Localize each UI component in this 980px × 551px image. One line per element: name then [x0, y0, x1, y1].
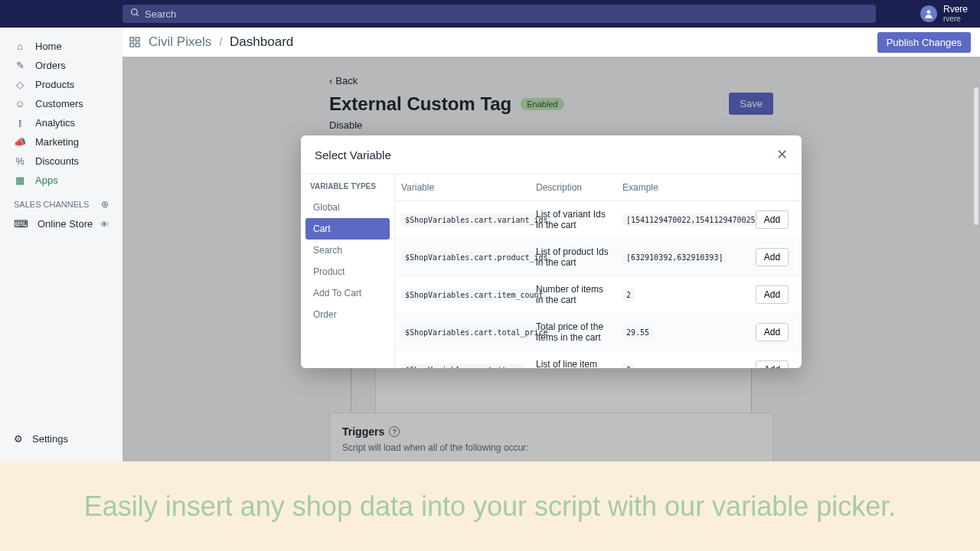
- sidebar-item-settings[interactable]: ⚙ Settings: [0, 425, 122, 452]
- customers-icon: ☺: [14, 98, 26, 109]
- variable-type-global[interactable]: Global: [305, 197, 390, 218]
- sidebar-item-apps[interactable]: ▦Apps: [0, 171, 122, 190]
- add-button[interactable]: Add: [756, 248, 789, 266]
- variable-example: [632910392,632910393]: [622, 251, 727, 264]
- account-sub: rvere: [943, 15, 968, 23]
- variable-description: List of line item objects in the cart: [530, 351, 616, 368]
- table-row: $ShopVariables.cart.variant_idsList of v…: [395, 201, 802, 239]
- svg-rect-3: [130, 37, 134, 41]
- variable-description: Total price of the items in the cart: [530, 314, 616, 350]
- column-variable: Variable: [395, 174, 530, 201]
- column-example: Example: [616, 174, 743, 201]
- add-channel-icon[interactable]: ⊕: [101, 199, 109, 210]
- table-row: $ShopVariables.cart.itemsList of line it…: [395, 351, 802, 368]
- add-button[interactable]: Add: [756, 285, 789, 304]
- account-text: Rvere rvere: [943, 5, 968, 23]
- select-variable-modal: Select Variable ✕ VARIABLE TYPES GlobalC…: [301, 135, 802, 368]
- search-icon: [130, 8, 140, 20]
- scrollbar[interactable]: [974, 87, 978, 225]
- svg-point-0: [132, 9, 138, 15]
- variable-code: $ShopVariables.cart.item_count: [401, 289, 547, 302]
- variable-type-add-to-cart[interactable]: Add To Cart: [305, 282, 390, 304]
- variable-example: 2: [622, 289, 635, 302]
- orders-icon: ✎: [14, 60, 26, 71]
- publish-button[interactable]: Publish Changes: [877, 32, 971, 53]
- search-box[interactable]: [122, 5, 876, 23]
- svg-rect-5: [130, 43, 134, 47]
- svg-rect-6: [136, 43, 139, 47]
- avatar: [920, 5, 937, 22]
- breadcrumb-app[interactable]: Civil Pixels: [149, 34, 211, 50]
- add-button[interactable]: Add: [756, 323, 789, 341]
- modal-title: Select Variable: [315, 148, 391, 161]
- variable-type-cart[interactable]: Cart: [305, 218, 390, 240]
- variable-type-order[interactable]: Order: [305, 304, 390, 325]
- table-row: $ShopVariables.cart.product_idsList of p…: [395, 239, 802, 276]
- footer-text: Easily insert any shop data into your sc…: [84, 491, 897, 523]
- table-row: $ShopVariables.cart.total_priceTotal pri…: [395, 314, 802, 351]
- sidebar-item-home[interactable]: ⌂Home: [0, 37, 122, 56]
- eye-icon[interactable]: 👁: [100, 220, 109, 229]
- sidebar-item-marketing[interactable]: 📣Marketing: [0, 132, 122, 152]
- app-grid-icon: [129, 36, 141, 48]
- add-button[interactable]: Add: [756, 210, 789, 229]
- products-icon: ◇: [14, 79, 26, 90]
- variable-example: 29.55: [622, 326, 653, 339]
- variable-description: List of product Ids in the cart: [530, 239, 616, 276]
- variables-table: Variable Description Example $ShopVariab…: [395, 174, 802, 368]
- variable-code: $ShopVariables.cart.items: [401, 364, 524, 369]
- search-input[interactable]: [145, 8, 868, 20]
- add-button[interactable]: Add: [756, 360, 789, 368]
- topbar: Rvere rvere: [0, 0, 980, 28]
- sidebar-item-discounts[interactable]: %Discounts: [0, 152, 122, 171]
- account-menu[interactable]: Rvere rvere: [908, 5, 968, 23]
- variable-type-search[interactable]: Search: [305, 240, 390, 261]
- home-icon: ⌂: [14, 41, 26, 52]
- main: Civil Pixels / Dashboard Publish Changes…: [122, 28, 980, 461]
- variable-types-panel: VARIABLE TYPES GlobalCartSearchProductAd…: [301, 174, 395, 368]
- table-row: $ShopVariables.cart.item_countNumber of …: [395, 276, 802, 314]
- footer-banner: Easily insert any shop data into your sc…: [0, 461, 980, 551]
- apps-icon: ▦: [14, 174, 26, 186]
- variable-example: 3: [622, 364, 635, 369]
- variable-description: Number of items in the cart: [530, 276, 616, 313]
- sidebar-item-products[interactable]: ◇Products: [0, 75, 122, 94]
- sidebar-item-orders[interactable]: ✎Orders: [0, 56, 122, 75]
- sidebar-item-customers[interactable]: ☺Customers: [0, 94, 122, 113]
- sidebar-item-analytics[interactable]: ⫿Analytics: [0, 113, 122, 132]
- svg-line-1: [136, 14, 139, 16]
- variable-type-product[interactable]: Product: [305, 261, 390, 282]
- account-name: Rvere: [943, 5, 968, 15]
- variable-description: List of variant Ids in the cart: [530, 201, 616, 238]
- breadcrumb-page: Dashboard: [230, 34, 293, 50]
- breadcrumb: Civil Pixels / Dashboard: [129, 34, 293, 50]
- close-icon[interactable]: ✕: [776, 146, 788, 163]
- analytics-icon: ⫿: [14, 117, 26, 129]
- store-icon: ⌨: [14, 218, 28, 230]
- marketing-icon: 📣: [14, 136, 26, 148]
- column-description: Description: [530, 174, 616, 201]
- gear-icon: ⚙: [14, 433, 23, 445]
- breadcrumb-bar: Civil Pixels / Dashboard Publish Changes: [122, 28, 980, 57]
- svg-rect-4: [136, 37, 139, 41]
- sidebar-item-online-store[interactable]: ⌨Online Store 👁: [0, 214, 122, 233]
- sidebar: ⌂Home✎Orders◇Products☺Customers⫿Analytic…: [0, 28, 122, 461]
- discounts-icon: %: [14, 155, 26, 167]
- sidebar-section-sales-channels: SALES CHANNELS ⊕: [0, 190, 122, 214]
- variable-types-label: VARIABLE TYPES: [305, 181, 390, 197]
- svg-point-2: [927, 10, 931, 14]
